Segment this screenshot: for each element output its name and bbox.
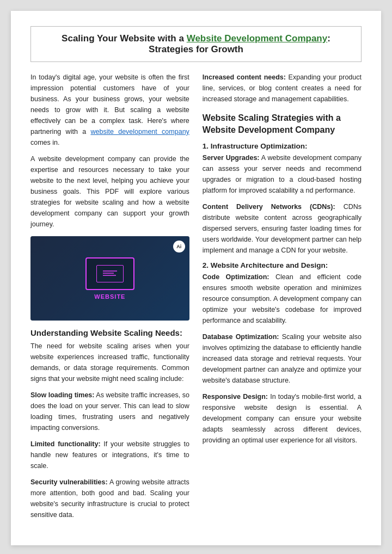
- page-container: Scaling Your Website with a Website Deve…: [11, 11, 381, 545]
- cdn-para: Content Delivery Networks (CDNs): CDNs d…: [203, 201, 362, 256]
- screen-box: [85, 257, 134, 290]
- scaling-strategies-heading: Website Scaling Strategies with a Websit…: [203, 112, 362, 137]
- right-column: Increased content needs: Expanding your …: [203, 72, 362, 526]
- server-upgrades-para: Server Upgrades: A website development c…: [203, 152, 362, 196]
- screen-lines-icon: [102, 269, 118, 279]
- intro-para1: In today's digital age, your website is …: [30, 72, 189, 148]
- db-optimization-para: Database Optimization: Scaling your webs…: [203, 331, 362, 386]
- inner-screen-box: [96, 265, 124, 282]
- left-column: In today's digital age, your website is …: [30, 72, 189, 526]
- increased-content-para: Increased content needs: Expanding your …: [203, 72, 362, 104]
- page-title: Scaling Your Website with a Website Deve…: [42, 33, 350, 55]
- website-text-label: WEBSITE: [94, 293, 125, 300]
- website-image: Ai WEBSITE: [30, 236, 189, 321]
- infra-heading: 1. Infrastructure Optimization:: [203, 142, 362, 150]
- screen-graphic: WEBSITE: [85, 257, 134, 300]
- title-box: Scaling Your Website with a Website Deve…: [30, 26, 362, 62]
- ai-badge: Ai: [173, 241, 185, 253]
- limited-functionality-para: Limited functionality: If your website s…: [30, 439, 189, 471]
- arch-heading: 2. Website Architecture and Design:: [203, 261, 362, 269]
- website-dev-link[interactable]: website development company: [90, 128, 189, 136]
- two-column-layout: In today's digital age, your website is …: [30, 72, 362, 526]
- responsive-design-para: Responsive Design: In today's mobile-fir…: [203, 391, 362, 446]
- code-optimization-para: Code Optimization: Clean and efficient c…: [203, 272, 362, 326]
- intro-para2: A website development company can provid…: [30, 153, 189, 230]
- understanding-para: The need for website scaling arises when…: [30, 341, 189, 384]
- slow-loading-para: Slow loading times: As website traffic i…: [30, 390, 189, 433]
- understanding-heading: Understanding Website Scaling Needs:: [30, 328, 189, 337]
- security-para: Security vulnerabilities: A growing webs…: [30, 477, 189, 520]
